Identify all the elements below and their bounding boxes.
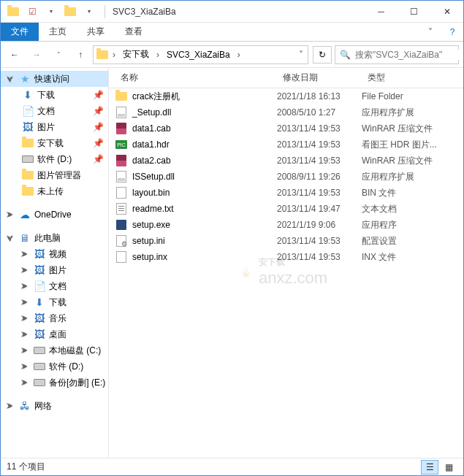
- tree-item[interactable]: ⮞🖼图片: [1, 262, 108, 278]
- tree-item[interactable]: 软件 (D:)📌: [1, 151, 108, 167]
- tree-item[interactable]: ⮞🖼视频: [1, 246, 108, 262]
- expand-icon[interactable]: ⮞: [7, 211, 15, 219]
- tree-label: 下载: [37, 89, 55, 101]
- tree-item[interactable]: ⮞📄文档: [1, 278, 108, 294]
- new-folder-icon[interactable]: [62, 4, 78, 20]
- file-row[interactable]: crack注册机2021/1/18 16:13File Folder: [109, 88, 463, 104]
- file-type: 配置设置: [362, 235, 463, 247]
- rar-icon: [115, 154, 128, 167]
- expand-icon[interactable]: ⮞: [21, 283, 30, 291]
- cloud-icon: ☁: [18, 208, 31, 221]
- expand-icon[interactable]: ⮞: [21, 379, 30, 387]
- file-name: _Setup.dll: [132, 107, 171, 118]
- tree-onedrive[interactable]: ⮞ ☁ OneDrive: [1, 207, 108, 223]
- breadcrumb-chevron-icon[interactable]: ›: [235, 46, 243, 64]
- tree-label: 文档: [37, 105, 55, 118]
- tab-file[interactable]: 文件: [1, 23, 39, 41]
- folder-icon: [21, 169, 34, 182]
- file-row[interactable]: _Setup.dll2008/5/10 1:27应用程序扩展: [109, 104, 463, 120]
- file-row[interactable]: setup.exe2021/1/19 9:06应用程序: [109, 217, 463, 233]
- tree-network[interactable]: ⮞ 🖧 网络: [1, 398, 108, 414]
- tree-item[interactable]: ⮞软件 (D:): [1, 358, 108, 375]
- tree-item[interactable]: ⮞本地磁盘 (C:): [1, 342, 108, 358]
- status-count: 11 个项目: [7, 461, 45, 473]
- tree-item[interactable]: 安下载📌: [1, 135, 108, 151]
- breadcrumb-seg-1[interactable]: SVC3_XiaZaiBa: [162, 46, 235, 64]
- search-input[interactable]: [355, 50, 464, 60]
- tree-label: 文档: [49, 280, 66, 293]
- file-row[interactable]: data2.cab2013/11/4 19:53WinRAR 压缩文件: [109, 153, 463, 169]
- forward-button[interactable]: →: [27, 45, 46, 64]
- folder-icon: [115, 90, 128, 103]
- drive-icon: [33, 376, 46, 389]
- breadcrumb-root-chevron-icon[interactable]: ›: [110, 46, 118, 64]
- file-name: data2.cab: [132, 156, 171, 166]
- expand-icon[interactable]: ⮞: [21, 299, 30, 307]
- address-dropdown-icon[interactable]: ˅: [296, 46, 306, 64]
- tree-item[interactable]: 📄文档📌: [1, 103, 108, 119]
- file-name: setup.inx: [132, 252, 167, 262]
- refresh-button[interactable]: ↻: [313, 46, 332, 64]
- qat-customize-icon[interactable]: ▾: [81, 4, 97, 20]
- help-icon[interactable]: ?: [441, 23, 463, 41]
- file-date: 2021/1/19 9:06: [277, 220, 362, 230]
- expand-icon[interactable]: ⮞: [7, 402, 15, 410]
- expand-icon[interactable]: ⮞: [21, 347, 30, 355]
- file-row[interactable]: PICdata1.hdr2013/11/4 19:53看图王 HDR 图片...: [109, 137, 463, 153]
- tree-item[interactable]: 图片管理器: [1, 167, 108, 183]
- tree-item[interactable]: ⮞⬇下载: [1, 294, 108, 310]
- file-row[interactable]: layout.bin2013/11/4 19:53BIN 文件: [109, 185, 463, 201]
- breadcrumb-chevron-icon[interactable]: ›: [153, 46, 162, 64]
- expand-icon[interactable]: ⮞: [21, 331, 30, 339]
- tree-item[interactable]: 🖼图片📌: [1, 119, 108, 135]
- tree-item[interactable]: ⮞🖼音乐: [1, 310, 108, 326]
- img-icon: 🖼: [33, 247, 46, 261]
- file-row[interactable]: readme.txt2013/11/4 19:47文本文档: [109, 201, 463, 217]
- tree-item[interactable]: ⮞备份[勿删] (E:): [1, 375, 108, 391]
- view-icons-button[interactable]: ▦: [440, 460, 457, 475]
- tree-label: 图片: [37, 121, 55, 134]
- up-button[interactable]: ↑: [71, 45, 90, 64]
- tree-this-pc[interactable]: ⮟ 🖥 此电脑: [1, 230, 108, 246]
- collapse-icon[interactable]: ⮟: [7, 75, 15, 83]
- close-button[interactable]: ✕: [430, 1, 463, 23]
- properties-icon[interactable]: ☑: [24, 4, 40, 20]
- tab-share[interactable]: 共享: [77, 23, 115, 41]
- search-box[interactable]: 🔍: [335, 45, 459, 64]
- doc-icon: 📄: [21, 104, 34, 118]
- minimize-button[interactable]: ─: [365, 1, 398, 23]
- view-details-button[interactable]: ☰: [421, 460, 438, 475]
- navigation-tree[interactable]: ⮟ ★ 快速访问 ⬇下载📌📄文档📌🖼图片📌安下载📌软件 (D:)📌图片管理器未上…: [1, 68, 109, 458]
- expand-icon[interactable]: ⮞: [21, 315, 30, 323]
- collapse-icon[interactable]: ⮟: [7, 234, 15, 242]
- expand-icon[interactable]: ⮞: [21, 266, 30, 275]
- doc-icon: 📄: [33, 280, 46, 293]
- address-bar[interactable]: › 安下载 › SVC3_XiaZaiBa › ˅: [93, 45, 308, 64]
- folder-icon[interactable]: [5, 4, 21, 20]
- file-list[interactable]: 🔒 安下载 anxz.com crack注册机2021/1/18 16:13Fi…: [109, 88, 463, 458]
- recent-dropdown-icon[interactable]: ˅: [49, 45, 68, 64]
- file-row[interactable]: setup.inx2013/11/4 19:53INX 文件: [109, 249, 463, 265]
- column-type[interactable]: 类型: [362, 68, 463, 88]
- ribbon-expand-icon[interactable]: ˅: [419, 23, 441, 41]
- expand-icon[interactable]: ⮞: [21, 250, 30, 258]
- file-row[interactable]: ISSetup.dll2008/9/11 19:26应用程序扩展: [109, 169, 463, 185]
- tab-view[interactable]: 查看: [115, 23, 153, 41]
- blank-icon: [115, 250, 128, 264]
- tree-item[interactable]: 未上传: [1, 183, 108, 199]
- qat-dropdown-icon[interactable]: ▾: [43, 4, 59, 20]
- file-row[interactable]: data1.cab2013/11/4 19:53WinRAR 压缩文件: [109, 120, 463, 137]
- expand-icon[interactable]: ⮞: [21, 363, 30, 371]
- maximize-button[interactable]: ☐: [398, 1, 430, 23]
- tree-item[interactable]: ⬇下载📌: [1, 87, 108, 103]
- tree-item[interactable]: ⮞🖼桌面: [1, 326, 108, 342]
- breadcrumb-seg-0[interactable]: 安下载: [118, 46, 153, 64]
- file-row[interactable]: setup.ini2013/11/4 19:53配置设置: [109, 233, 463, 249]
- dll-icon: [115, 170, 128, 183]
- file-type: 应用程序扩展: [362, 171, 463, 183]
- tab-home[interactable]: 主页: [39, 23, 77, 41]
- column-date[interactable]: 修改日期: [277, 68, 362, 88]
- tree-quick-access[interactable]: ⮟ ★ 快速访问: [1, 71, 108, 87]
- column-name[interactable]: 名称: [109, 68, 277, 88]
- back-button[interactable]: ←: [5, 45, 24, 64]
